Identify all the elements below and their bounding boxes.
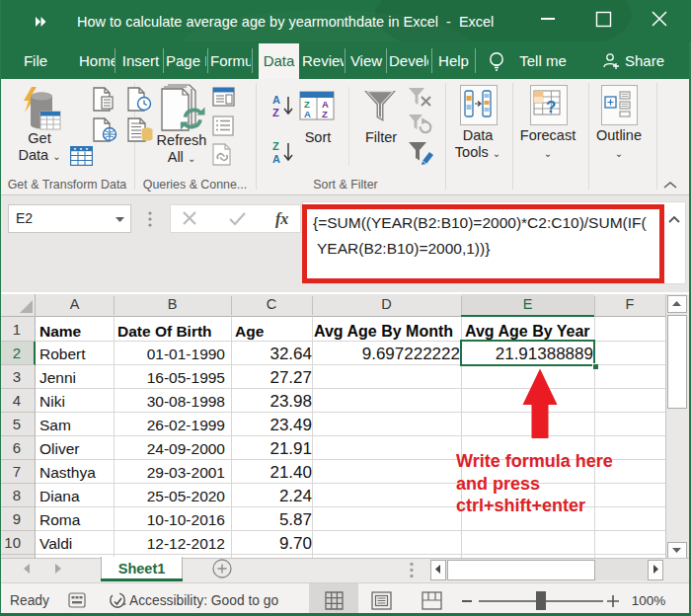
svg-text:Z: Z xyxy=(322,109,328,119)
svg-text:Z: Z xyxy=(272,107,279,118)
svg-text:fx: fx xyxy=(275,210,288,228)
svg-text:A: A xyxy=(304,109,311,119)
svg-text:A: A xyxy=(272,153,280,165)
svg-text:?: ? xyxy=(546,98,556,116)
svg-text:A: A xyxy=(272,94,280,106)
svg-text:Z: Z xyxy=(272,140,279,152)
